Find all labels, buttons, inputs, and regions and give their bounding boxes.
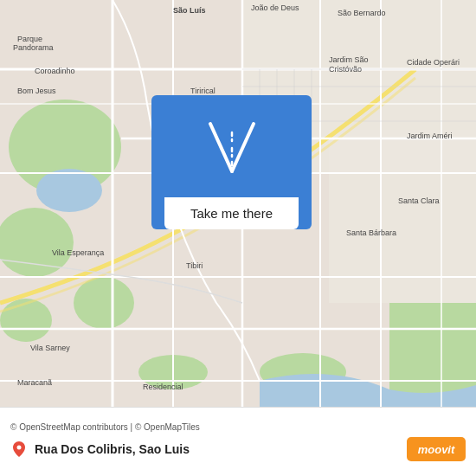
svg-line-51 <box>232 124 254 171</box>
svg-text:Jardim São: Jardim São <box>329 55 369 64</box>
svg-point-4 <box>0 299 52 342</box>
map-container: São Luís João de Deus São Bernardo Parqu… <box>0 0 476 407</box>
svg-line-50 <box>210 124 232 171</box>
svg-text:Coroadinho: Coroadinho <box>35 67 75 75</box>
svg-text:Vila Esperança: Vila Esperança <box>52 248 104 257</box>
attribution-text: © OpenStreetMap contributors | © OpenMap… <box>10 422 466 432</box>
moovit-label: moovit <box>418 443 455 456</box>
svg-text:Residencial: Residencial <box>143 383 183 391</box>
location-name: Rua Dos Colibris, Sao Luis <box>35 442 190 456</box>
svg-text:Santa Bárbara: Santa Bárbara <box>346 228 396 237</box>
location-row: Rua Dos Colibris, Sao Luis moovit <box>10 437 466 461</box>
moovit-logo: moovit <box>407 437 466 461</box>
svg-text:São Bernardo: São Bernardo <box>338 9 386 17</box>
road-card: Take me there <box>151 95 312 229</box>
location-pin-icon <box>10 441 28 458</box>
svg-text:Tibiri: Tibiri <box>186 261 203 270</box>
svg-text:Bom Jesus: Bom Jesus <box>17 87 56 95</box>
bottom-bar: © OpenStreetMap contributors | © OpenMap… <box>0 407 476 476</box>
svg-text:Pandorama: Pandorama <box>13 43 54 52</box>
svg-point-8 <box>36 169 102 212</box>
svg-point-55 <box>17 446 22 450</box>
svg-text:Tirirical: Tirirical <box>190 87 215 95</box>
svg-text:Vila Sarney: Vila Sarney <box>30 344 70 352</box>
road-icon <box>193 111 271 180</box>
svg-point-3 <box>74 277 134 329</box>
svg-text:Santa Clara: Santa Clara <box>398 196 440 205</box>
svg-text:Jardim Améri: Jardim Améri <box>407 132 453 140</box>
svg-text:João de Deus: João de Deus <box>251 3 299 12</box>
svg-text:Maracanã: Maracanã <box>17 378 52 387</box>
svg-text:São Luís: São Luís <box>173 6 206 15</box>
svg-text:Cidade Operári: Cidade Operári <box>407 58 460 67</box>
take-me-there-button[interactable]: Take me there <box>164 197 299 229</box>
svg-text:Parque: Parque <box>17 35 42 43</box>
